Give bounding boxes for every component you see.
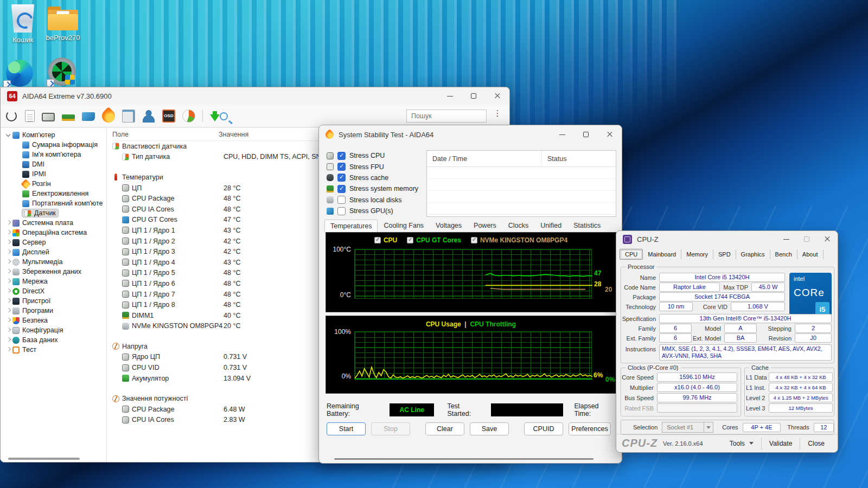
user-icon[interactable]: [142, 110, 155, 123]
legend-item[interactable]: CPU: [374, 236, 397, 244]
tab-powers[interactable]: Powers: [468, 219, 502, 232]
save-button[interactable]: Save: [470, 422, 509, 435]
tab-about[interactable]: About: [797, 249, 824, 259]
chevron-right-icon[interactable]: [5, 268, 12, 275]
checkbox-unchecked[interactable]: [337, 196, 346, 204]
tab-mainboard[interactable]: Mainboard: [643, 249, 681, 259]
checkbox-checked[interactable]: [337, 174, 346, 182]
sidebar-item-портативний-комп-юте[interactable]: Портативний комп'юте: [1, 198, 106, 208]
close-button-footer[interactable]: Close: [800, 438, 832, 450]
sidebar-item-дисплей[interactable]: Дисплей: [1, 247, 106, 257]
update-icon[interactable]: [210, 114, 220, 121]
gpu-icon[interactable]: [82, 112, 95, 121]
chevron-right-icon[interactable]: [5, 258, 12, 266]
tab-bench[interactable]: Bench: [770, 249, 797, 259]
osd-icon[interactable]: [162, 110, 175, 123]
tab-memory[interactable]: Memory: [681, 249, 713, 259]
minimize-button[interactable]: [550, 125, 574, 144]
checkbox-unchecked[interactable]: [337, 207, 346, 215]
chevron-right-icon[interactable]: [5, 326, 12, 334]
tab-unified[interactable]: Unified: [534, 219, 567, 232]
cpu-icon[interactable]: [42, 113, 55, 121]
sidebar-item-збереження-даних[interactable]: Збереження даних: [1, 267, 106, 277]
chevron-right-icon[interactable]: [5, 346, 12, 354]
chevron-right-icon[interactable]: [5, 278, 12, 285]
sidebar-item-системна-плата[interactable]: Системна плата: [1, 218, 106, 228]
chevron-right-icon[interactable]: [5, 297, 12, 305]
overflow-menu-icon[interactable]: ⋮: [491, 111, 504, 121]
tab-cooling-fans[interactable]: Cooling Fans: [378, 219, 430, 232]
search-icon[interactable]: [220, 112, 228, 120]
tab-graphics[interactable]: Graphics: [736, 249, 770, 259]
chevron-right-icon[interactable]: [5, 336, 12, 344]
stability-titlebar[interactable]: System Stability Test - AIDA64: [319, 125, 622, 144]
close-button[interactable]: [598, 125, 622, 144]
validate-button[interactable]: Validate: [762, 438, 800, 450]
tasks-icon[interactable]: [122, 110, 135, 123]
socket-select[interactable]: Socket #1: [662, 422, 713, 433]
checkbox-checked[interactable]: [337, 163, 346, 171]
legend-checkbox-icon[interactable]: [407, 237, 413, 243]
maximize-button[interactable]: [796, 231, 817, 247]
aida64-titlebar[interactable]: 64 AIDA64 Extreme v7.30.6900: [1, 87, 509, 105]
maximize-button[interactable]: [462, 87, 486, 105]
sidebar-item-тест[interactable]: Тест: [1, 345, 106, 355]
chevron-right-icon[interactable]: [5, 219, 12, 227]
stability-horizontal-scrollbar[interactable]: [334, 458, 593, 460]
sidebar-item-dmi[interactable]: DMI: [1, 159, 106, 169]
search-input[interactable]: [406, 110, 487, 123]
legend-item[interactable]: CPU GT Cores: [407, 236, 461, 244]
tab-statistics[interactable]: Statistics: [567, 219, 607, 232]
tab-spd[interactable]: SPD: [713, 249, 736, 259]
sidebar-item-мультимедіа[interactable]: Мультимедіа: [1, 257, 106, 267]
stress-option[interactable]: Stress GPU(s): [327, 206, 418, 216]
minimize-button[interactable]: [776, 231, 796, 247]
sidebar-item-мережа[interactable]: Мережа: [1, 277, 106, 286]
stress-option[interactable]: Stress cache: [327, 172, 418, 183]
close-button[interactable]: [817, 231, 838, 247]
sidebar-item-directx[interactable]: DirectX: [1, 286, 106, 296]
sidebar-item-сервер[interactable]: Сервер: [1, 237, 106, 247]
sidebar-item-база-даних[interactable]: База даних: [1, 335, 106, 345]
column-date-time[interactable]: Date / Time: [427, 151, 542, 166]
legend-item[interactable]: NVMe KINGSTON OM8PGP4: [471, 236, 567, 244]
tree-horizontal-scrollbar[interactable]: [8, 458, 80, 460]
sidebar-item-ipmi[interactable]: IPMI: [1, 169, 106, 179]
desktop-icon-recycle-bin[interactable]: Кошик: [0, 4, 46, 44]
refresh-icon[interactable]: [6, 111, 17, 121]
desktop-icon-folder[interactable]: beProv270: [40, 7, 86, 42]
chevron-right-icon[interactable]: [5, 307, 12, 314]
report-icon[interactable]: [25, 110, 35, 122]
preferences-button[interactable]: Preferences: [569, 422, 611, 435]
tools-button[interactable]: Tools: [722, 438, 762, 450]
column-field[interactable]: Поле: [112, 131, 219, 138]
sidebar-item-ім-я-комп-ютера[interactable]: Ім'я комп'ютера: [1, 150, 106, 159]
tab-voltages[interactable]: Voltages: [430, 219, 468, 232]
chevron-down-icon[interactable]: [5, 131, 12, 139]
start-button[interactable]: Start: [327, 422, 366, 435]
sidebar-item-розгін[interactable]: Розгін: [1, 179, 106, 189]
stress-option[interactable]: Stress system memory: [327, 183, 418, 194]
checkbox-checked[interactable]: [337, 152, 346, 160]
clear-button[interactable]: Clear: [425, 422, 464, 435]
sidebar-item-датчик[interactable]: Датчик: [1, 208, 106, 218]
column-value[interactable]: Значення: [219, 131, 248, 138]
tab-cpu[interactable]: CPU: [620, 249, 643, 260]
sidebar-item-конфігурація[interactable]: Конфігурація: [1, 325, 106, 335]
chevron-right-icon[interactable]: [5, 229, 12, 236]
stress-option[interactable]: Stress local disks: [327, 195, 418, 206]
memory-icon[interactable]: [62, 114, 75, 121]
stress-option[interactable]: Stress CPU: [327, 150, 418, 161]
gauge-icon[interactable]: [182, 110, 195, 123]
sidebar-item-безпека[interactable]: Безпека: [1, 316, 106, 325]
sidebar-item-операційна-система[interactable]: Операційна система: [1, 228, 106, 237]
chevron-right-icon[interactable]: [5, 248, 12, 256]
flame-icon[interactable]: [99, 107, 118, 125]
sidebar-item-електроживлення[interactable]: Електроживлення: [1, 189, 106, 198]
tab-clocks[interactable]: Clocks: [502, 219, 535, 232]
sidebar-item-програми[interactable]: Програми: [1, 306, 106, 316]
chevron-right-icon[interactable]: [5, 287, 12, 295]
desktop-icon-edge[interactable]: [0, 60, 42, 87]
sidebar-item-сумарна-інформація[interactable]: Сумарна інформація: [1, 140, 106, 150]
checkbox-checked[interactable]: [337, 185, 346, 193]
